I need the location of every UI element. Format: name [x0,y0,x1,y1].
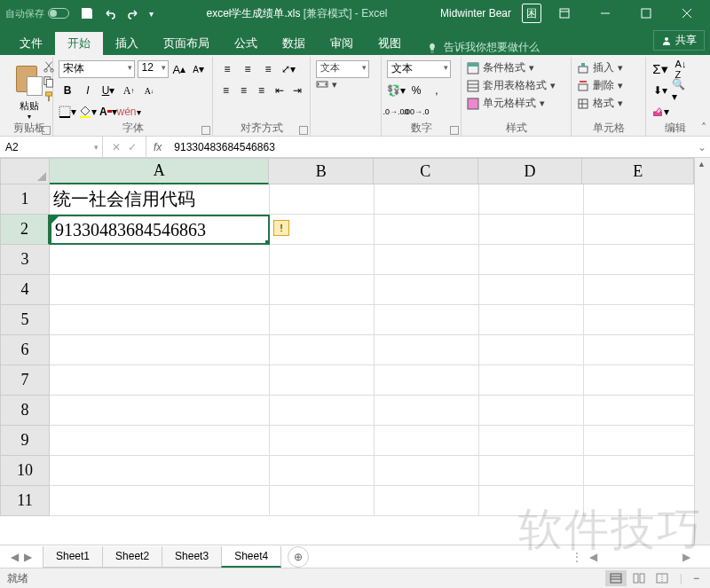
delete-button[interactable]: 删除▾ [577,78,640,93]
cell[interactable] [50,456,270,486]
sheet-nav-next-icon[interactable]: ▶ [24,551,32,563]
row-header[interactable]: 7 [0,365,50,396]
formula-bar[interactable]: 91330483684546863 [169,141,694,153]
row-header[interactable]: 1 [0,184,50,215]
cell[interactable] [50,426,270,456]
view-layout-icon[interactable] [628,570,650,586]
find-icon[interactable]: 🔍▾ [672,82,690,99]
font-color-button[interactable]: A▾ [99,103,117,121]
cell[interactable] [584,275,696,305]
cell[interactable] [270,456,375,486]
column-header[interactable]: B [269,158,374,184]
cell[interactable] [50,335,270,365]
cell[interactable] [270,305,375,335]
decrease-decimal-icon[interactable]: .00→.0 [407,103,425,121]
ribbon-tab-insert[interactable]: 插入 [103,32,151,55]
cell[interactable]: 统一社会信用代码 [50,184,270,215]
insert-button[interactable]: 插入▾ [577,60,640,75]
cell[interactable] [375,486,479,516]
font-dialog-icon[interactable] [201,126,210,135]
wrap-text-button[interactable]: 文本 [316,60,375,78]
cell[interactable] [584,426,696,456]
cell[interactable] [479,365,584,396]
cell[interactable] [584,396,696,426]
column-header[interactable]: A [50,158,269,184]
fill-icon[interactable]: ⬇▾ [651,82,669,99]
row-header[interactable]: 8 [0,396,50,426]
table-format-button[interactable]: 套用表格格式▾ [467,78,565,93]
cell[interactable] [584,245,696,275]
sheet-tab[interactable]: Sheet1 [43,546,103,568]
tell-me-search[interactable]: 告诉我你想要做什么 [426,40,540,55]
decrease-font-icon[interactable]: A▾ [190,60,207,78]
cell[interactable] [375,275,479,305]
cell[interactable] [50,245,270,275]
increase-decimal-icon[interactable]: .0→.00 [387,103,405,121]
ribbon-tab-home[interactable]: 开始 [55,32,103,55]
phonetic-button[interactable]: wén▾ [120,103,138,121]
number-dialog-icon[interactable] [450,126,459,135]
cell[interactable]: 91330483684546863 [50,215,270,245]
horizontal-scrollbar[interactable]: ⋮◀▶ [309,551,710,563]
sheet-tab[interactable]: Sheet3 [162,546,222,568]
row-header[interactable]: 11 [0,486,50,516]
indent-dec-icon[interactable]: ⇤ [272,82,287,99]
sheet-tab[interactable]: Sheet2 [102,546,162,568]
row-header[interactable]: 4 [0,275,50,305]
ribbon-tab-formula[interactable]: 公式 [222,32,270,55]
cell[interactable] [584,335,696,365]
cell[interactable] [270,365,375,396]
smart-tag-icon[interactable]: ! [273,220,289,236]
increase-font-alt[interactable]: A↑ [120,82,138,99]
clipboard-dialog-icon[interactable] [42,126,51,135]
cell[interactable] [375,396,479,426]
cell[interactable] [50,486,270,516]
column-header[interactable]: E [582,158,694,184]
cell[interactable] [270,245,375,275]
cell[interactable] [584,456,696,486]
autosum-icon[interactable]: Σ▾ [651,60,669,78]
save-icon[interactable] [80,6,94,20]
align-top-icon[interactable]: ≡ [218,60,236,78]
cell[interactable] [270,396,375,426]
ribbon-tab-data[interactable]: 数据 [270,32,318,55]
clear-icon[interactable]: ▾ [651,103,669,121]
cell[interactable] [479,245,584,275]
collapse-ribbon-icon[interactable]: ˄ [701,122,706,134]
cell[interactable] [584,305,696,335]
indent-inc-icon[interactable]: ⇥ [289,82,304,99]
vertical-scrollbar[interactable] [694,158,710,545]
conditional-format-button[interactable]: 条件格式▾ [467,60,565,75]
cell[interactable] [375,215,479,245]
maximize-button[interactable] [628,0,664,27]
cell[interactable] [584,486,696,516]
row-header[interactable]: 9 [0,426,50,456]
cell[interactable] [584,184,696,215]
ribbon-tab-view[interactable]: 视图 [366,32,414,55]
ribbon-tab-layout[interactable]: 页面布局 [151,32,222,55]
cell[interactable] [270,335,375,365]
redo-icon[interactable] [126,6,140,20]
currency-icon[interactable]: 💱▾ [387,82,405,99]
cell[interactable] [270,486,375,516]
percent-icon[interactable]: % [407,82,425,99]
number-format-select[interactable]: 文本 [387,60,451,78]
minimize-button[interactable] [588,0,623,27]
paste-button[interactable]: 粘贴 ▾ [11,60,47,121]
align-center-icon[interactable]: ≡ [236,82,251,99]
column-header[interactable]: D [478,158,583,184]
font-size-select[interactable]: 12 [138,60,169,78]
align-right-icon[interactable]: ≡ [254,82,269,99]
ribbon-tab-review[interactable]: 审阅 [318,32,366,55]
cancel-formula-icon[interactable]: ✕ [112,141,121,153]
cell[interactable] [50,396,270,426]
column-header[interactable]: C [374,158,478,184]
sheet-nav-prev-icon[interactable]: ◀ [11,551,19,563]
comma-icon[interactable]: , [428,82,446,99]
orientation-icon[interactable]: ⤢▾ [280,60,297,78]
row-header[interactable]: 6 [0,335,50,365]
cell[interactable] [479,215,584,245]
increase-font-icon[interactable]: A▴ [171,60,188,78]
cell-style-button[interactable]: 单元格样式▾ [467,96,565,111]
sheet-tab[interactable]: Sheet4 [221,546,281,568]
